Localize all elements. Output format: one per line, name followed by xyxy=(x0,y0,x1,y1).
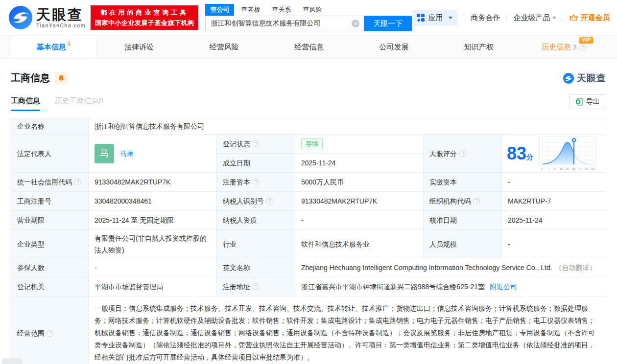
score-distribution-chart: 0 1 3 15 50 85 97 99 100 xyxy=(539,136,596,171)
svg-text:97: 97 xyxy=(579,167,582,170)
nav-enterprise-label: 企业级产品 xyxy=(513,13,550,23)
tab-operation-risk[interactable]: 经营风险 xyxy=(182,36,266,58)
status-badge: 存续 xyxy=(301,138,323,149)
field-label: 参保人数 xyxy=(11,258,89,277)
table-row: 法定代表人 马 马琳 登记状态 ? 存续 天眼评分 ? 83分 xyxy=(11,135,606,173)
export-button[interactable]: 导出 xyxy=(569,94,606,109)
table-row: 登记机关 平湖市市场监督管理局 注册地址 ? 浙江省嘉兴市平湖市钟埭街道新兴二路… xyxy=(11,277,606,296)
svg-text:0: 0 xyxy=(542,167,543,170)
field-label: 实缴资本 xyxy=(424,173,502,192)
help-icon[interactable]: ? xyxy=(253,179,260,185)
svg-text:100: 100 xyxy=(591,167,595,170)
field-label: 法定代表人 xyxy=(11,135,89,173)
top-header: 天眼查 TianYanCha.com 都在用的商业查询工具 国家中小企业发展子基… xyxy=(0,0,617,35)
search-tab-company[interactable]: 查公司 xyxy=(205,4,234,16)
slogan-badge: 都在用的商业查询工具 国家中小企业发展子基金旗下机构 xyxy=(91,5,199,30)
top-nav: 应用 商务合作 企业级产品 开通会员 超级风... xyxy=(412,10,612,26)
watermark-logo-icon xyxy=(563,73,574,84)
org-code-value: MAK2RTUP-7 xyxy=(502,192,606,211)
tab-basic-info[interactable]: 基本信息 8 xyxy=(11,36,96,58)
tab-label: 经营风险 xyxy=(210,43,239,52)
field-label: 统一社会信用代码 ? xyxy=(11,173,89,192)
score-value: 83 xyxy=(507,143,526,163)
svg-text:99: 99 xyxy=(585,167,588,170)
taxpayer-id-value: 91330482MAK2RTUP7K xyxy=(295,192,424,211)
score-unit: 分 xyxy=(526,153,533,161)
tab-label: 法律诉讼 xyxy=(124,43,154,52)
search-tab-relation[interactable]: 查关系 xyxy=(267,4,296,16)
tab-intellectual-property[interactable]: 知识产权 xyxy=(436,36,521,58)
tab-legal-proceedings[interactable]: 法律诉讼 xyxy=(96,36,181,58)
field-label: 企业类型 xyxy=(11,230,89,258)
svg-text:85: 85 xyxy=(572,167,575,170)
subscribe-bell-button[interactable] xyxy=(55,72,68,85)
tab-label: 经营信息 xyxy=(294,43,324,52)
nav-enterprise-products[interactable]: 企业级产品 xyxy=(513,13,556,23)
tab-operation-info[interactable]: 经营信息 xyxy=(266,36,351,58)
approval-date-value: 2025-11-24 xyxy=(502,211,606,230)
subtab-history-business-info[interactable]: 历史工商信息0 xyxy=(55,96,103,111)
search-tab-risk[interactable]: 查风险 xyxy=(298,4,327,16)
field-label: 成立日期 xyxy=(217,154,295,173)
table-row: 企业名称 浙江和创智算信息技术服务有限公司 xyxy=(11,118,606,135)
table-row: 统一社会信用代码 ? 91330482MAK2RTUP7K 注册资本 ? 500… xyxy=(11,173,606,192)
auto-translate-note: （自动翻译） xyxy=(555,263,596,273)
floating-widget[interactable] xyxy=(2,358,23,364)
score-cell: 83分 xyxy=(502,135,606,173)
tab-badge-count: 8 xyxy=(68,41,71,47)
help-icon[interactable]: ? xyxy=(253,140,260,147)
tab-label: 公司发展 xyxy=(379,43,408,52)
field-label: 工商注册号 xyxy=(11,192,89,211)
nearby-companies-link[interactable]: 附近公司 xyxy=(490,282,517,292)
page-title: 工商信息 xyxy=(11,71,50,85)
field-label: 注册资本 ? xyxy=(217,173,295,192)
search-input[interactable] xyxy=(205,16,364,31)
tianyancha-logo[interactable]: 天眼查 TianYanCha.com xyxy=(9,6,86,29)
section-header: 工商信息 天眼查 xyxy=(0,59,617,85)
help-icon[interactable]: ? xyxy=(579,44,586,50)
table-row: 工商注册号 330482000348461 纳税人识别号 ? 91330482M… xyxy=(11,192,606,211)
reg-number-value: 330482000348461 xyxy=(89,192,217,211)
tab-count: 3 xyxy=(573,44,576,51)
help-icon[interactable]: ? xyxy=(459,150,466,157)
nav-apps[interactable]: 应用 xyxy=(412,10,457,26)
help-icon[interactable]: ? xyxy=(266,198,273,205)
brand-name: 天眼查 xyxy=(36,7,86,22)
svg-text:1: 1 xyxy=(548,167,549,170)
paid-capital-value: - xyxy=(502,173,606,192)
est-date-value: 2025-11-24 xyxy=(295,154,424,173)
staff-size-value: - xyxy=(502,230,606,258)
nav-open-vip[interactable]: 开通会员 xyxy=(570,13,612,23)
subtab-row: 工商信息 历史工商信息0 导出 xyxy=(11,94,606,111)
crown-icon xyxy=(570,14,578,21)
tab-label: 历史信息 xyxy=(542,43,571,52)
help-icon[interactable]: ? xyxy=(253,283,260,290)
search-button[interactable]: 天眼一下 xyxy=(364,16,412,31)
field-label: 注册地址 ? xyxy=(217,277,295,296)
subtab-business-info[interactable]: 工商信息 xyxy=(11,96,40,111)
table-row: 企业类型 有限责任公司(非自然人投资或控股的法人独资) 行业 软件和信息技术服务… xyxy=(11,230,606,258)
field-label: 纳税人识别号 ? xyxy=(217,192,295,211)
field-label: 企业名称 xyxy=(11,118,89,135)
tab-history-info[interactable]: 历史信息 3 ? VIP xyxy=(522,36,606,58)
tab-label: 知识产权 xyxy=(464,43,494,52)
nav-vip-label: 开通会员 xyxy=(580,13,610,23)
nav-apps-label: 应用 xyxy=(428,13,443,23)
divider xyxy=(506,14,507,22)
search-tab-boss[interactable]: 查老板 xyxy=(236,4,265,16)
field-label: 行业 xyxy=(217,230,295,258)
help-icon[interactable]: ? xyxy=(74,179,81,185)
help-icon[interactable]: ? xyxy=(473,198,480,205)
divider xyxy=(464,14,464,22)
reg-capital-value: 5000万人民币 xyxy=(295,173,424,192)
table-row: 营业期限 2025-11-24 至 无固定期限 纳税人资质 - 核准日期 202… xyxy=(11,211,606,230)
tab-company-development[interactable]: 公司发展 xyxy=(352,36,436,58)
nav-business-coop[interactable]: 商务合作 xyxy=(471,13,500,23)
legal-rep-link[interactable]: 马琳 xyxy=(120,149,134,159)
legal-rep-cell: 马 马琳 xyxy=(89,135,217,173)
field-label: 核准日期 xyxy=(424,211,502,230)
avatar[interactable]: 马 xyxy=(95,144,114,163)
help-icon[interactable]: ? xyxy=(47,330,54,337)
field-label: 登记状态 ? xyxy=(217,135,295,154)
svg-text:50: 50 xyxy=(566,167,569,170)
